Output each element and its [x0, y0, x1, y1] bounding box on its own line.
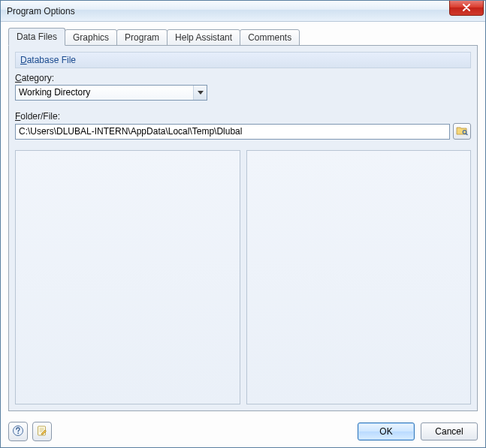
tab-data-files[interactable]: Data Files: [8, 28, 65, 46]
tab-label: Data Files: [17, 32, 57, 42]
tab-comments[interactable]: Comments: [240, 29, 300, 46]
tab-label: Graphics: [73, 32, 109, 43]
tab-help-assistant[interactable]: Help Assistant: [167, 29, 240, 46]
help-button[interactable]: [8, 422, 28, 441]
category-select-value: Working Directory: [15, 85, 207, 101]
browse-button[interactable]: [453, 123, 471, 140]
preview-panes: [15, 150, 471, 404]
folder-label: Folder/File:: [15, 111, 471, 122]
cancel-label: Cancel: [435, 426, 463, 437]
folder-path-field[interactable]: C:\Users\DLUBAL-INTERN\AppData\Local\Tem…: [15, 124, 450, 140]
titlebar: Program Options: [1, 1, 485, 22]
tab-label: Help Assistant: [175, 32, 232, 43]
edit-icon: [36, 425, 48, 439]
panel-header-text: atabase File: [27, 55, 76, 65]
help-icon: [12, 425, 24, 439]
ok-label: OK: [379, 426, 392, 437]
category-select[interactable]: Working Directory: [15, 85, 207, 101]
left-pane: [15, 150, 240, 404]
category-row: Category: Working Directory: [15, 73, 471, 101]
window-title: Program Options: [7, 6, 75, 17]
folder-row: Folder/File: C:\Users\DLUBAL-INTERN\AppD…: [15, 111, 471, 140]
category-label: Category:: [15, 73, 471, 83]
tab-panel-data-files: Database File Category: Working Director…: [8, 45, 478, 411]
panel-header-accel: D: [20, 55, 27, 65]
tab-label: Comments: [248, 32, 291, 43]
dialog-footer: OK Cancel: [1, 417, 485, 447]
tab-graphics[interactable]: Graphics: [65, 29, 117, 46]
tab-program[interactable]: Program: [116, 29, 168, 46]
svg-point-2: [17, 432, 19, 434]
folder-search-icon: [456, 125, 468, 138]
cancel-button[interactable]: Cancel: [421, 422, 478, 440]
ok-button[interactable]: OK: [358, 422, 415, 440]
right-pane: [246, 150, 472, 404]
close-icon: [462, 3, 471, 14]
edit-button[interactable]: [32, 422, 52, 441]
tabstrip: Data Files Graphics Program Help Assista…: [8, 29, 478, 46]
dialog-window: Program Options Data Files Graphics Prog…: [0, 0, 486, 448]
tab-label: Program: [125, 32, 159, 43]
panel-header-database-file: Database File: [15, 52, 471, 68]
dialog-content: Data Files Graphics Program Help Assista…: [1, 22, 485, 417]
close-button[interactable]: [449, 1, 484, 16]
